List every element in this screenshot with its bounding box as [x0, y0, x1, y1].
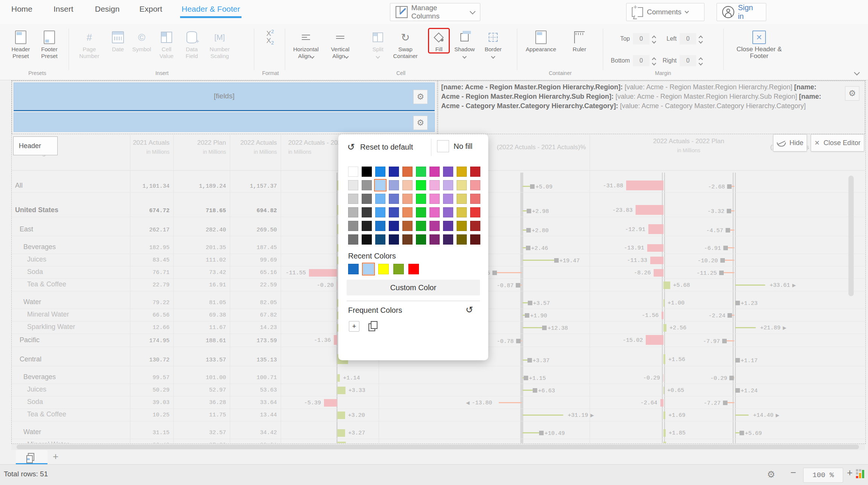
recent-color-swatch[interactable]	[363, 264, 374, 274]
column-header-2022-plan[interactable]: 2022 Planin Millions	[170, 139, 226, 156]
palette-swatch[interactable]	[362, 194, 372, 204]
zoom-level-field[interactable]: 100 %	[803, 468, 843, 483]
palette-swatch[interactable]	[375, 221, 385, 231]
palette-swatch[interactable]	[348, 167, 358, 177]
tab-design[interactable]: Design	[95, 5, 119, 14]
palette-swatch[interactable]	[429, 207, 440, 217]
appearance-button[interactable]: Appearance	[522, 29, 560, 53]
add-frequent-color-button[interactable]: +	[349, 321, 359, 332]
palette-swatch[interactable]	[429, 194, 440, 204]
tab-insert[interactable]: Insert	[53, 5, 73, 14]
margin-right-stepper[interactable]	[699, 57, 702, 65]
palette-swatch[interactable]	[457, 234, 467, 245]
palette-swatch[interactable]	[389, 207, 399, 217]
margin-right-field[interactable]: 0	[680, 55, 696, 66]
palette-swatch[interactable]	[443, 221, 453, 231]
margin-left-field[interactable]: 0	[680, 33, 696, 44]
palette-swatch[interactable]	[402, 180, 413, 190]
palette-swatch[interactable]	[402, 194, 413, 204]
palette-swatch[interactable]	[375, 180, 385, 190]
close-editor-button[interactable]: Close Editor	[811, 134, 864, 151]
header-fields-dropzone[interactable]: [fields]	[12, 81, 437, 134]
palette-swatch[interactable]	[362, 167, 372, 177]
column-header-2021-actuals[interactable]: 2021 Actualsin Millions	[113, 139, 170, 156]
swap-container-button[interactable]: Swap Container	[390, 29, 421, 60]
copy-color-icon[interactable]	[368, 323, 375, 331]
palette-swatch[interactable]	[416, 194, 426, 204]
palette-swatch[interactable]	[416, 167, 426, 177]
palette-swatch[interactable]	[470, 207, 480, 217]
zoom-out-button[interactable]: −	[790, 467, 796, 479]
horizontal-align-button[interactable]: Horizontal Align	[289, 29, 323, 60]
refresh-frequent-icon[interactable]	[466, 304, 473, 315]
palette-swatch[interactable]	[457, 167, 467, 177]
palette-swatch[interactable]	[457, 221, 467, 231]
palette-swatch[interactable]	[389, 167, 399, 177]
bindings-settings-gear-icon[interactable]	[845, 86, 859, 101]
vertical-scrollbar[interactable]	[848, 176, 854, 296]
fill-button[interactable]: Fill	[429, 29, 449, 53]
margin-bottom-field[interactable]: 0	[633, 55, 649, 66]
palette-swatch[interactable]	[443, 234, 453, 245]
palette-swatch[interactable]	[402, 234, 413, 245]
add-sheet-button[interactable]: +	[53, 451, 58, 462]
margin-bottom-stepper[interactable]	[653, 57, 656, 65]
palette-swatch[interactable]	[470, 167, 480, 177]
palette-swatch[interactable]	[443, 194, 453, 204]
palette-swatch[interactable]	[375, 194, 385, 204]
tab-export[interactable]: Export	[139, 5, 162, 14]
column-header-2022-actuals[interactable]: 2022 Actualsin Millions	[220, 139, 277, 156]
palette-swatch[interactable]	[470, 221, 480, 231]
palette-swatch[interactable]	[362, 221, 372, 231]
hide-button[interactable]: Hide	[773, 134, 807, 151]
shadow-button[interactable]: Shadow	[452, 29, 477, 60]
border-button[interactable]: Border	[481, 29, 505, 60]
palette-swatch[interactable]	[457, 194, 467, 204]
palette-swatch[interactable]	[443, 207, 453, 217]
palette-swatch[interactable]	[375, 234, 385, 245]
tab-header-footer[interactable]: Header & Footer	[182, 5, 240, 14]
palette-swatch[interactable]	[416, 221, 426, 231]
palette-swatch[interactable]	[348, 221, 358, 231]
palette-swatch[interactable]	[389, 234, 399, 245]
palette-swatch[interactable]	[470, 194, 480, 204]
superscript-subscript-button[interactable]	[261, 29, 280, 46]
palette-swatch[interactable]	[389, 180, 399, 190]
palette-swatch[interactable]	[348, 234, 358, 245]
recent-color-swatch[interactable]	[393, 264, 404, 274]
reset-to-default-button[interactable]: Reset to default	[347, 142, 413, 152]
manage-columns-button[interactable]: Manage Columns	[390, 3, 480, 21]
horizontal-scrollbar[interactable]	[17, 445, 859, 449]
settings-gear-icon[interactable]	[767, 469, 775, 480]
ruler-button[interactable]: Ruler	[569, 29, 590, 53]
palette-swatch[interactable]	[470, 234, 480, 245]
margin-top-field[interactable]: 0	[633, 33, 649, 44]
sheet-tab-active[interactable]	[16, 450, 47, 464]
zoom-in-button[interactable]: +	[847, 467, 853, 479]
palette-swatch[interactable]	[375, 207, 385, 217]
palette-swatch[interactable]	[443, 167, 453, 177]
collapse-ribbon-icon[interactable]	[854, 70, 860, 76]
palette-swatch[interactable]	[470, 180, 480, 190]
palette-swatch[interactable]	[389, 221, 399, 231]
tab-home[interactable]: Home	[11, 5, 32, 14]
palette-swatch[interactable]	[457, 207, 467, 217]
comments-button[interactable]: Comments	[626, 3, 704, 21]
palette-swatch[interactable]	[429, 167, 440, 177]
palette-swatch[interactable]	[443, 180, 453, 190]
palette-swatch[interactable]	[375, 167, 385, 177]
palette-swatch[interactable]	[348, 180, 358, 190]
palette-swatch[interactable]	[429, 234, 440, 245]
vertical-align-button[interactable]: Vertical Align	[326, 29, 354, 60]
palette-swatch[interactable]	[416, 180, 426, 190]
recent-color-swatch[interactable]	[348, 264, 359, 274]
palette-swatch[interactable]	[416, 207, 426, 217]
recent-color-swatch[interactable]	[408, 264, 419, 274]
header-row-1[interactable]: [fields]	[14, 83, 435, 111]
margin-left-stepper[interactable]	[699, 35, 702, 43]
close-header-footer-button[interactable]: Close Header & Footer	[731, 29, 787, 60]
palette-swatch[interactable]	[457, 180, 467, 190]
recent-color-swatch[interactable]	[378, 264, 389, 274]
palette-swatch[interactable]	[362, 234, 372, 245]
header-row-2[interactable]	[14, 112, 435, 132]
